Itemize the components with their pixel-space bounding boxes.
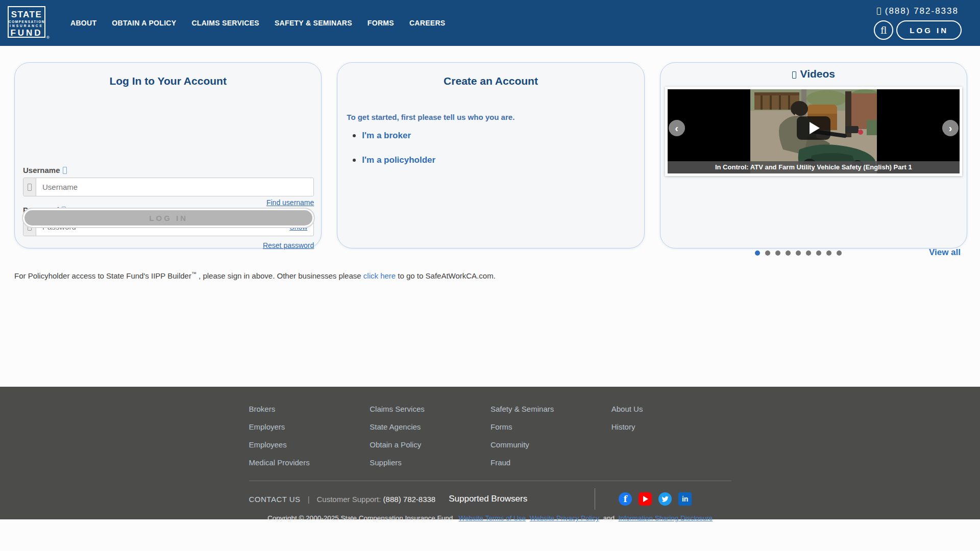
separator-pipe: | <box>308 495 310 504</box>
footer-link-safety-seminars[interactable]: Safety & Seminars <box>491 405 610 413</box>
nav-item-obtain-a-policy[interactable]: OBTAIN A POLICY <box>112 19 176 27</box>
footer-link-employers[interactable]: Employers <box>249 423 369 431</box>
view-all-link[interactable]: View all <box>929 247 961 258</box>
footer-column-audiences: Brokers Employers Employees Medical Prov… <box>249 405 369 477</box>
videos-card-title: Videos <box>660 68 967 80</box>
footer-links: Brokers Employers Employees Medical Prov… <box>249 387 731 477</box>
nav-item-forms[interactable]: FORMS <box>368 19 394 27</box>
user-icon <box>23 178 36 196</box>
search-icon[interactable]: fl <box>874 20 893 40</box>
click-here-link[interactable]: click here <box>363 271 396 280</box>
footer-contact-row: CONTACT US | Customer Support: (888) 782… <box>249 488 731 510</box>
footer-column-resources: Safety & Seminars Forms Community Fraud <box>491 405 610 477</box>
footer-link-fraud[interactable]: Fraud <box>491 459 610 467</box>
policyholder-notice: For Policyholder access to State Fund's … <box>14 271 496 280</box>
youtube-icon[interactable] <box>639 492 652 506</box>
twitter-icon[interactable] <box>658 492 672 506</box>
header-phone-number: (888) 782-8338 <box>885 6 959 16</box>
carousel-dot-4[interactable] <box>786 251 791 256</box>
find-username-link[interactable]: Find username <box>266 198 314 207</box>
facebook-icon[interactable]: f <box>619 492 632 506</box>
privacy-policy-link[interactable]: Website Privacy Policy <box>530 514 599 522</box>
cards-row: Log In to Your Account Username Find use… <box>14 62 967 248</box>
carousel-next-icon[interactable]: › <box>942 120 959 136</box>
username-info-icon[interactable] <box>63 167 67 174</box>
video-caption: In Control: ATV and Farm Utility Vehicle… <box>668 161 960 173</box>
bullet-dot <box>353 134 356 137</box>
bullet-dot <box>353 159 356 162</box>
footer-divider <box>249 481 731 481</box>
vertical-divider <box>595 488 595 510</box>
create-account-card: Create an Account To get started, first … <box>337 62 644 248</box>
header-phone: (888) 782-8338 <box>877 6 959 16</box>
top-navigation-bar: STATE COMPENSATION INSURANCE FUND ® ABOU… <box>0 0 980 46</box>
nav-item-about[interactable]: ABOUT <box>70 19 96 27</box>
logo-text-state: STATE <box>9 10 44 19</box>
logo-frame: STATE COMPENSATION INSURANCE FUND <box>8 6 45 38</box>
carousel-dot-8[interactable] <box>826 251 831 256</box>
header-login-button[interactable]: LOG IN <box>896 20 962 40</box>
footer-column-services: Claims Services State Agencies Obtain a … <box>370 405 489 477</box>
footer-link-suppliers[interactable]: Suppliers <box>370 459 489 467</box>
carousel-dot-7[interactable] <box>816 251 821 256</box>
nav-item-careers[interactable]: CAREERS <box>409 19 446 27</box>
footer-link-state-agencies[interactable]: State Agencies <box>370 423 489 431</box>
customer-support-phone: (888) 782-8338 <box>381 495 435 504</box>
nav-item-safety-seminars[interactable]: SAFETY & SEMINARS <box>275 19 352 27</box>
footer-link-employees[interactable]: Employees <box>249 441 369 449</box>
information-sharing-disclosure-link[interactable]: Information Sharing Disclosure <box>619 514 713 522</box>
copyright-text: Copyright © 2000-2025 State Compensation… <box>267 514 453 522</box>
video-camera-icon <box>792 71 796 79</box>
log-in-submit-button[interactable]: LOG IN <box>22 208 315 228</box>
supported-browsers-link[interactable]: Supported Browsers <box>449 494 527 504</box>
footer-link-forms[interactable]: Forms <box>491 423 610 431</box>
main-nav: ABOUT OBTAIN A POLICY CLAIMS SERVICES SA… <box>70 0 445 46</box>
play-icon <box>810 122 820 134</box>
im-a-broker-link[interactable]: I'm a broker <box>362 131 411 141</box>
policyholder-option: I'm a policyholder <box>353 155 435 165</box>
logo-text-fund: FUND <box>9 29 44 38</box>
carousel-dot-9[interactable] <box>837 251 842 256</box>
play-button[interactable] <box>797 116 830 140</box>
footer-link-medical-providers[interactable]: Medical Providers <box>249 459 369 467</box>
customer-support-label: Customer Support: <box>317 495 381 504</box>
carousel-dot-6[interactable] <box>806 251 811 256</box>
reset-password-link[interactable]: Reset password <box>263 241 314 249</box>
username-label: Username <box>23 166 67 174</box>
username-input-row <box>23 178 314 196</box>
footer-link-community[interactable]: Community <box>491 441 610 449</box>
footer-column-company: About Us History <box>611 405 731 477</box>
terms-of-use-link[interactable]: Website Terms of Use <box>459 514 526 522</box>
logo-text-compensation: COMPENSATION <box>9 20 44 24</box>
copyright-line: Copyright © 2000-2025 State Compensation… <box>249 514 731 522</box>
footer-link-claims-services[interactable]: Claims Services <box>370 405 489 413</box>
phone-icon <box>877 8 881 15</box>
create-account-title: Create an Account <box>337 75 644 87</box>
header-actions: fl LOG IN <box>874 20 962 40</box>
carousel-dot-2[interactable] <box>765 251 770 256</box>
footer: Brokers Employers Employees Medical Prov… <box>0 387 980 519</box>
create-account-intro: To get started, first please tell us who… <box>347 113 514 121</box>
contact-us-link[interactable]: CONTACT US <box>249 495 301 504</box>
carousel-dots <box>755 251 842 256</box>
trademark-symbol: ™ <box>191 271 197 277</box>
carousel-dot-5[interactable] <box>796 251 801 256</box>
footer-link-brokers[interactable]: Brokers <box>249 405 369 413</box>
login-card-title: Log In to Your Account <box>15 75 321 87</box>
nav-item-claims-services[interactable]: CLAIMS SERVICES <box>191 19 259 27</box>
video-player[interactable]: ‹ › In Control: ATV and Farm Utility Veh… <box>665 87 962 176</box>
footer-link-history[interactable]: History <box>611 423 731 431</box>
state-fund-logo[interactable]: STATE COMPENSATION INSURANCE FUND ® <box>8 5 50 39</box>
social-icons: f in <box>619 492 692 506</box>
username-input[interactable] <box>36 178 313 196</box>
im-a-policyholder-link[interactable]: I'm a policyholder <box>362 155 435 165</box>
footer-link-obtain-a-policy[interactable]: Obtain a Policy <box>370 441 489 449</box>
registered-mark: ® <box>46 35 50 40</box>
carousel-dot-1[interactable] <box>755 251 760 256</box>
broker-option: I'm a broker <box>353 131 411 141</box>
carousel-dot-3[interactable] <box>775 251 780 256</box>
linkedin-icon[interactable]: in <box>678 492 692 506</box>
carousel-prev-icon[interactable]: ‹ <box>669 120 685 136</box>
login-card: Log In to Your Account Username Find use… <box>14 62 322 248</box>
footer-link-about-us[interactable]: About Us <box>611 405 731 413</box>
